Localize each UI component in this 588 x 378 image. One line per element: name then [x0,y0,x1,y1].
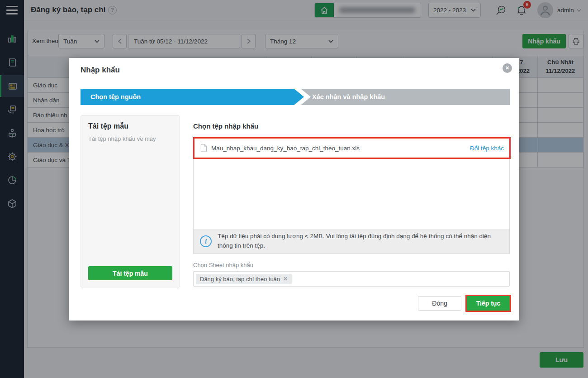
info-text: Tệp dữ liệu phải có dung lượng < 2MB. Vu… [218,232,503,251]
selected-file-name: Mau_nhap_khau_dang_ky_bao_tap_chi_theo_t… [211,145,360,152]
step-2[interactable]: Xác nhận và nhập khẩu [312,89,385,105]
file-section-heading: Chọn tệp nhập khẩu [193,122,258,130]
sheet-tag-label: Đăng ký báo, tạp chí theo tuần [200,276,280,282]
file-drop-area: Mau_nhap_khau_dang_ky_bao_tap_chi_theo_t… [193,137,510,254]
template-card-subtitle: Tải tệp nhập khẩu về máy [88,135,156,142]
close-modal-button[interactable]: Đóng [418,296,461,311]
close-icon[interactable]: ✕ [503,63,512,73]
sheet-select-input[interactable]: Đăng ký báo, tạp chí theo tuần ✕ [193,271,510,287]
selected-file-row: Mau_nhap_khau_dang_ky_bao_tap_chi_theo_t… [193,137,511,159]
sheet-select-label: Chọn Sheet nhập khẩu [193,262,253,268]
import-modal: Nhập khẩu ✕ Chọn tệp nguồn Xác nhận và n… [69,58,519,321]
download-template-button[interactable]: Tải tệp mẫu [88,266,172,280]
continue-button[interactable]: Tiếp tục [465,295,511,312]
template-card: Tải tệp mẫu Tải tệp nhập khẩu về máy Tải… [81,115,180,287]
template-card-title: Tải tệp mẫu [88,122,128,130]
sheet-tag: Đăng ký báo, tạp chí theo tuần ✕ [196,274,292,284]
app-window: Đăng ký báo, tạp chí ? 2022 - 2023 [0,0,588,378]
info-icon: i [200,235,212,247]
remove-sheet-icon[interactable]: ✕ [283,276,288,282]
wizard-steps: Chọn tệp nguồn Xác nhận và nhập khẩu [81,89,510,105]
step-1-active[interactable]: Chọn tệp nguồn [81,89,304,105]
change-file-link[interactable]: Đổi tệp khác [470,145,504,152]
modal-title: Nhập khẩu [81,66,120,75]
info-strip: i Tệp dữ liệu phải có dung lượng < 2MB. … [194,229,509,254]
file-icon [200,144,207,153]
